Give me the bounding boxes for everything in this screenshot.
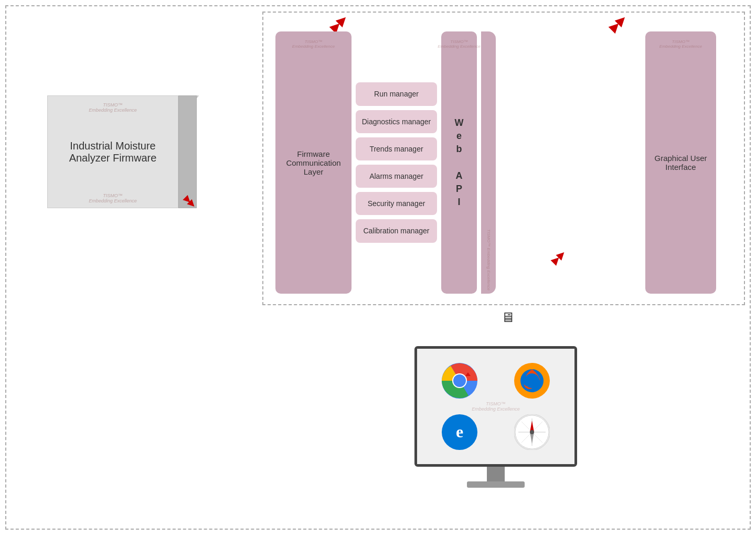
svg-point-17	[530, 430, 534, 434]
ie-icon-container: e	[428, 411, 492, 454]
safari-icon	[514, 414, 550, 450]
svg-text:e: e	[456, 422, 463, 441]
fcl-block: TISMO™Embedding Excellence Firmware Comm…	[275, 31, 352, 294]
fcl-watermark: TISMO™Embedding Excellence	[292, 39, 335, 49]
security-manager-label: Security manager	[368, 199, 425, 208]
monitor-base	[467, 481, 525, 488]
firmware-cube: TISMO™ Embedding Excellence TISMO™ Embed…	[29, 84, 160, 197]
arch-spacer	[500, 31, 641, 294]
firefox-icon	[514, 363, 550, 399]
ie-icon: e	[442, 414, 477, 450]
monitor-container: e	[414, 346, 577, 488]
diagnostics-manager-label: Diagnostics manager	[362, 117, 431, 126]
firefox-icon-container	[500, 359, 565, 403]
web-api-label: WebAPI	[455, 116, 464, 209]
gui-label: Graphical User Interface	[652, 154, 710, 171]
run-manager-box: Run manager	[356, 82, 437, 105]
svg-point-2	[453, 374, 466, 387]
svg-point-6	[525, 373, 539, 388]
alarms-manager-label: Alarms manager	[369, 172, 423, 180]
trends-manager-box: Trends manager	[356, 137, 437, 160]
cube-right-face	[178, 95, 197, 208]
chrome-icon	[442, 363, 477, 399]
curved-bar: TISMO™ Embedding Excellence	[481, 31, 496, 294]
arch-diagram: TISMO™Embedding Excellence Firmware Comm…	[275, 31, 716, 294]
diagnostics-manager-box: Diagnostics manager	[356, 110, 437, 133]
web-api-block: TISMO™Embedding Excellence WebAPI	[441, 31, 477, 294]
trends-manager-label: Trends manager	[369, 145, 423, 153]
calibration-manager-box: Calibration manager	[356, 219, 437, 242]
chrome-icon-container	[428, 359, 492, 403]
cube-watermark-bottom: TISMO™ Embedding Excellence	[89, 193, 137, 203]
cube-watermark-top: TISMO™ Embedding Excellence	[89, 102, 137, 113]
curved-bar-watermark: TISMO™ Embedding Excellence	[486, 229, 491, 291]
safari-icon-container	[500, 411, 565, 454]
cube-title-line1: Industrial Moisture	[70, 140, 155, 152]
monitor-stand	[487, 467, 505, 481]
small-monitor-icon: 🖥	[501, 309, 515, 326]
monitor-screen: e	[414, 346, 577, 467]
cube-title-line2: Analyzer Firmware	[69, 152, 157, 164]
fcl-label: Firmware Communication Layer	[282, 149, 345, 176]
cube-front-face: TISMO™ Embedding Excellence TISMO™ Embed…	[47, 95, 178, 208]
web-api-watermark: TISMO™Embedding Excellence	[438, 39, 480, 49]
gui-watermark: TISMO™Embedding Excellence	[659, 39, 702, 49]
managers-column: Run manager Diagnostics manager Trends m…	[356, 31, 437, 294]
cube-label: Industrial Moisture Analyzer Firmware	[69, 140, 157, 164]
security-manager-box: Security manager	[356, 192, 437, 215]
gui-block: TISMO™Embedding Excellence Graphical Use…	[645, 31, 716, 294]
calibration-manager-label: Calibration manager	[363, 227, 429, 235]
browser-icons-grid: e	[417, 349, 574, 464]
run-manager-label: Run manager	[374, 90, 419, 98]
alarms-manager-box: Alarms manager	[356, 165, 437, 188]
